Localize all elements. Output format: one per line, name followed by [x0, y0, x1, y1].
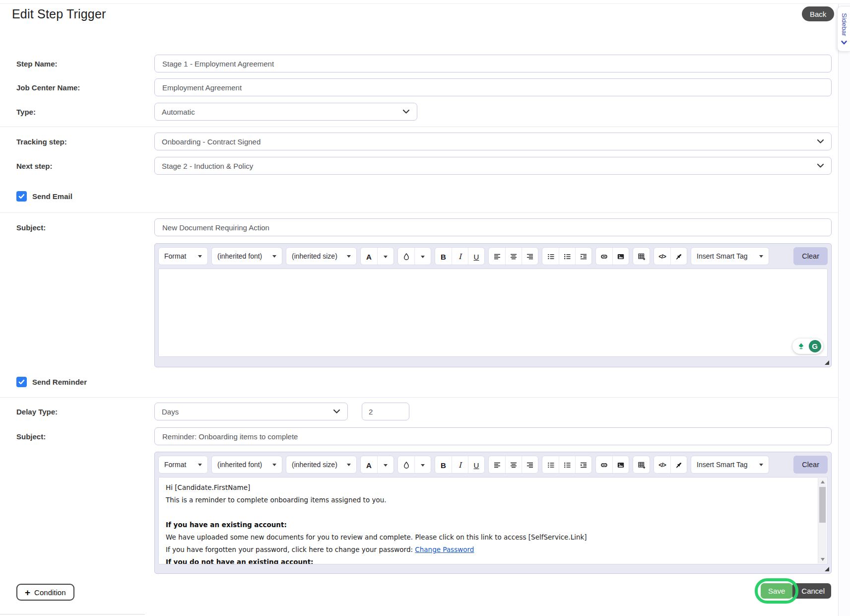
insert-media-group — [595, 456, 629, 474]
reminder-paragraph: We have uploaded some new documents for … — [166, 533, 820, 542]
reminder-body-text: Hi [Candidate.FirstName] This is a remin… — [159, 478, 827, 564]
bold-button[interactable]: B — [435, 456, 452, 474]
clear-formatting-button[interactable] — [670, 456, 687, 474]
align-right-button[interactable] — [522, 456, 538, 474]
highlight-color-caret-button[interactable] — [414, 248, 431, 265]
reminder-editor-toolbar: Format (inherited font) (inherited size)… — [158, 456, 828, 474]
indent-button[interactable] — [575, 248, 591, 265]
code-view-button[interactable]: </> — [654, 248, 670, 265]
delay-type-select[interactable]: Days — [154, 403, 348, 420]
clear-button[interactable]: Clear — [793, 247, 828, 265]
italic-icon: I — [458, 461, 461, 470]
highlight-color-button[interactable] — [398, 456, 414, 474]
chevron-down-icon — [272, 464, 276, 466]
ordered-list-button[interactable] — [542, 248, 559, 265]
align-center-button[interactable] — [505, 248, 522, 265]
code-view-button[interactable]: </> — [654, 456, 670, 474]
delay-amount-input[interactable] — [362, 403, 409, 420]
next-step-select[interactable]: Stage 2 - Induction & Policy — [154, 157, 832, 175]
send-email-checkbox[interactable] — [16, 191, 27, 202]
reminder-body-area[interactable]: Hi [Candidate.FirstName] This is a remin… — [158, 477, 828, 564]
align-left-button[interactable] — [489, 456, 505, 474]
text-color-caret-button[interactable] — [377, 248, 393, 265]
clear-formatting-button[interactable] — [670, 248, 687, 265]
highlight-color-caret-button[interactable] — [414, 456, 431, 474]
text-color-caret-button[interactable] — [377, 456, 393, 474]
grammarly-suggestion-icon — [795, 340, 807, 352]
next-step-row: Next step: Stage 2 - Induction & Policy — [16, 157, 832, 175]
insert-table-button[interactable] — [633, 456, 650, 474]
grammarly-widget[interactable]: G — [792, 339, 823, 354]
font-dropdown-label: (inherited font) — [217, 252, 262, 260]
reminder-paragraph — [166, 508, 820, 517]
insert-image-button[interactable] — [612, 248, 629, 265]
unordered-list-button[interactable] — [559, 248, 575, 265]
italic-button[interactable]: I — [452, 456, 468, 474]
table-group — [633, 456, 650, 474]
format-dropdown[interactable]: Format — [158, 456, 208, 474]
sidebar-toggle[interactable]: Sidebar — [837, 6, 850, 52]
align-center-button[interactable] — [505, 456, 522, 474]
change-password-link[interactable]: Change Password — [415, 546, 474, 553]
insert-table-button[interactable] — [633, 248, 650, 265]
send-email-row: Send Email — [16, 190, 832, 202]
size-dropdown[interactable]: (inherited size) — [286, 247, 357, 265]
text-color-button[interactable]: A — [361, 456, 377, 474]
delay-type-row: Delay Type: Days — [16, 403, 832, 420]
align-right-button[interactable] — [522, 248, 538, 265]
underline-button[interactable]: U — [468, 456, 484, 474]
insert-image-button[interactable] — [612, 456, 629, 474]
add-condition-button[interactable]: + Condition — [16, 584, 74, 601]
highlight-droplet-icon — [402, 461, 410, 469]
resize-handle-icon[interactable] — [825, 360, 829, 365]
ordered-list-icon — [547, 461, 555, 469]
text-color-icon: A — [366, 253, 372, 261]
back-button[interactable]: Back — [802, 6, 834, 21]
step-name-input[interactable] — [154, 55, 832, 72]
scrollbar[interactable] — [818, 478, 827, 563]
align-left-button[interactable] — [489, 248, 505, 265]
scroll-up-button[interactable] — [818, 478, 827, 486]
type-select[interactable]: Automatic — [154, 103, 417, 121]
italic-icon: I — [458, 252, 461, 261]
scrollbar-thumb[interactable] — [819, 487, 826, 523]
font-dropdown[interactable]: (inherited font) — [211, 247, 282, 265]
insert-smart-tag-dropdown[interactable]: Insert Smart Tag — [691, 456, 769, 474]
unordered-list-button[interactable] — [559, 456, 575, 474]
section-divider — [0, 212, 839, 213]
tracking-step-row: Tracking step: Onboarding - Contract Sig… — [16, 133, 832, 150]
sidebar-label: Sidebar — [840, 13, 848, 36]
resize-handle-icon[interactable] — [825, 567, 829, 571]
reminder-subject-input[interactable] — [154, 427, 832, 445]
save-button[interactable]: Save — [761, 583, 792, 599]
clear-button[interactable]: Clear — [793, 456, 828, 474]
size-dropdown[interactable]: (inherited size) — [286, 456, 357, 474]
align-left-icon — [493, 253, 501, 261]
section-divider — [0, 127, 839, 127]
chevron-down-icon — [198, 464, 202, 466]
insert-link-button[interactable] — [596, 248, 612, 265]
underline-button[interactable]: U — [468, 248, 484, 265]
bold-button[interactable]: B — [435, 248, 452, 265]
format-dropdown[interactable]: Format — [158, 247, 208, 265]
unordered-list-icon — [563, 461, 571, 469]
italic-button[interactable]: I — [452, 248, 468, 265]
job-center-name-input[interactable] — [154, 78, 832, 96]
scroll-down-button[interactable] — [818, 555, 827, 563]
text-color-button[interactable]: A — [361, 248, 377, 265]
email-subject-input[interactable] — [154, 218, 832, 236]
clear-formatting-icon — [675, 253, 683, 261]
insert-smart-tag-dropdown[interactable]: Insert Smart Tag — [691, 247, 769, 265]
indent-button[interactable] — [575, 456, 591, 474]
reminder-paragraph: If you have an existing account: — [166, 520, 820, 530]
insert-link-button[interactable] — [596, 456, 612, 474]
ordered-list-button[interactable] — [542, 456, 559, 474]
highlight-color-button[interactable] — [398, 248, 414, 265]
tracking-step-select[interactable]: Onboarding - Contract Signed — [154, 133, 832, 150]
email-body-area[interactable]: G — [158, 269, 828, 357]
send-reminder-checkbox[interactable] — [16, 377, 27, 387]
text-color-group: A — [360, 247, 394, 265]
align-group — [488, 247, 538, 265]
font-dropdown[interactable]: (inherited font) — [211, 456, 282, 474]
chevron-down-icon — [759, 255, 763, 258]
